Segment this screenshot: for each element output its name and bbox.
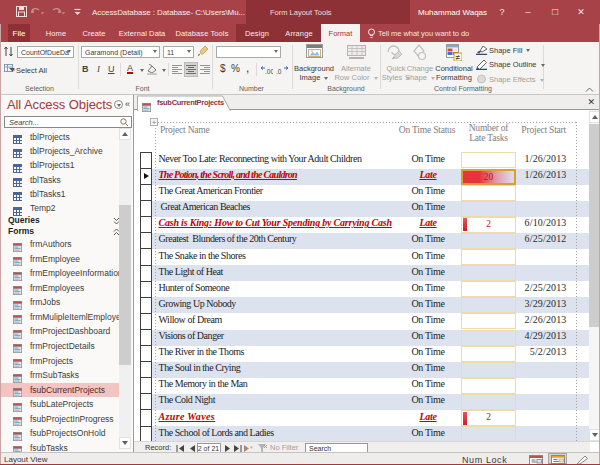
svg-text:.0: .0	[276, 68, 282, 75]
svg-text:.00: .00	[265, 68, 273, 75]
svg-text:*: *	[250, 445, 253, 452]
svg-text:≠: ≠	[456, 53, 461, 61]
